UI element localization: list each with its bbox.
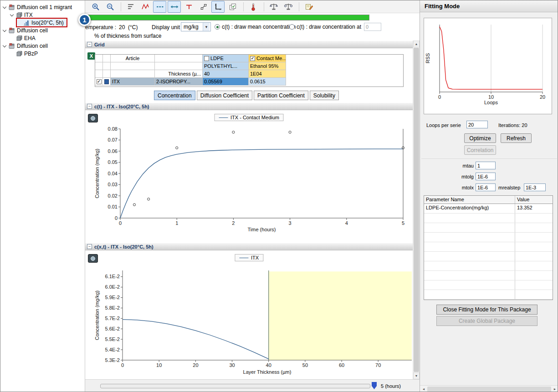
expander-icon[interactable] <box>2 43 8 49</box>
tree-item-eha[interactable]: EHA <box>10 34 38 42</box>
temperature-button[interactable] <box>246 1 260 13</box>
horizontal-scrollbar[interactable]: ◄ ► <box>420 385 558 392</box>
scroll-up-icon[interactable]: ▲ <box>413 41 420 47</box>
mrealstep-input[interactable] <box>524 183 546 191</box>
tree-item-pbzp[interactable]: PBzP <box>10 50 41 57</box>
grid-section-header[interactable]: Grid <box>85 41 413 48</box>
display-unit-select[interactable]: mg/kg ▾ <box>181 22 211 31</box>
camera-icon[interactable] <box>88 114 98 122</box>
cxt-chart-header[interactable]: c(x,t) - ITX - Iso(20°C, 5h) <box>85 243 413 250</box>
grid-cell <box>103 55 111 62</box>
ldpe-material-cell[interactable]: POLYETHYL... <box>203 62 249 70</box>
data-grid: Article LDPE Contact Me... POLYETHYL... <box>95 54 404 87</box>
scroll-down-icon[interactable]: ▼ <box>413 372 420 379</box>
axes-button[interactable] <box>211 1 225 13</box>
svg-text:10: 10 <box>488 94 494 100</box>
migrant-row-checkbox-cell[interactable] <box>95 78 103 86</box>
optimize-button[interactable]: Optimize <box>464 133 496 143</box>
curve-points-button[interactable] <box>138 1 152 13</box>
correlation-button[interactable]: Correlation <box>464 145 496 155</box>
horizontal-scrollbar-thumb[interactable] <box>427 387 551 392</box>
scroll-right-icon[interactable]: ► <box>551 386 558 392</box>
loops-input[interactable] <box>466 121 488 128</box>
tree-item-itx[interactable]: ITX <box>10 11 36 19</box>
tab-partition-coefficient[interactable]: Partition Coefficient <box>254 91 308 100</box>
x-range-button[interactable] <box>168 1 181 13</box>
expander-icon[interactable] <box>2 28 8 33</box>
dashed-line-button[interactable] <box>153 1 166 13</box>
collapse-icon[interactable] <box>87 42 92 47</box>
ct-chart-header[interactable]: c(t) - ITX - Iso(20°C, 5h) <box>85 102 413 110</box>
collapse-icon[interactable] <box>87 244 92 249</box>
refresh-button[interactable]: Refresh <box>501 133 532 143</box>
svg-text:5: 5 <box>402 220 404 226</box>
create-global-package-button[interactable]: Create Global Package <box>436 316 538 326</box>
line-nodes-button[interactable] <box>197 1 210 13</box>
time-slider-track[interactable] <box>100 384 370 388</box>
mean-line-button[interactable] <box>182 1 195 13</box>
ldpe-column-header[interactable]: LDPE <box>203 55 249 62</box>
tree-item-diffusion-cell[interactable]: Diffusion cell <box>2 26 51 34</box>
copy-chart-button[interactable] <box>226 1 239 13</box>
param-name-cell <box>424 280 515 290</box>
param-name-cell <box>424 290 515 299</box>
svg-text:5.7E-2: 5.7E-2 <box>105 316 120 321</box>
collapse-icon[interactable] <box>87 104 92 109</box>
param-table-empty-row <box>424 242 553 252</box>
tab-diffusion-coefficient[interactable]: Diffusion Coefficient <box>197 91 252 100</box>
tab-concentration[interactable]: Concentration <box>154 91 195 100</box>
param-name-cell <box>424 261 515 270</box>
edit-properties-button[interactable] <box>302 1 315 13</box>
contact-medium-checkbox[interactable] <box>250 56 255 61</box>
tree-item-diffusion-cell[interactable]: Diffusion cell <box>2 42 51 50</box>
contact-thickness-cell[interactable]: 1E04 <box>249 70 286 78</box>
camera-icon[interactable] <box>88 254 98 263</box>
expander-icon[interactable] <box>2 5 8 10</box>
param-value-header: Value <box>515 196 553 204</box>
migrant-name-cell[interactable]: ITX <box>111 78 155 86</box>
svg-text:0.04: 0.04 <box>108 171 118 176</box>
zoom-out-button[interactable] <box>103 1 117 13</box>
contact-material-cell[interactable]: Ethanol 95% <box>249 62 286 70</box>
ldpe-checkbox[interactable] <box>204 56 209 61</box>
contact-medium-column-header[interactable]: Contact Me... <box>249 55 286 62</box>
ldpe-thickness-cell[interactable]: 40 <box>203 70 249 78</box>
param-name-cell <box>424 233 515 242</box>
mtolx-input[interactable] <box>476 183 496 191</box>
radio-mean-concentration[interactable]: c(t) : draw mean concentration <box>215 24 296 30</box>
radio-concentration-at[interactable]: c(t) : draw concentration at <box>289 24 361 30</box>
param-table-row[interactable]: LDPE-Concentration(mg/kg)13.352 <box>424 204 553 214</box>
zoom-out-icon <box>106 2 115 11</box>
progress-bar <box>87 15 369 20</box>
zoom-in-button[interactable] <box>89 1 102 13</box>
mtolg-input[interactable] <box>476 173 496 180</box>
scroll-left-icon[interactable]: ◄ <box>420 386 427 392</box>
grid-cell <box>95 55 103 62</box>
radio-mean-label: c(t) : draw mean concentration <box>222 24 296 30</box>
ldpe-concentration-cell[interactable]: 0.05569 <box>203 78 249 86</box>
time-slider-handle[interactable] <box>372 382 377 389</box>
migrant-checkbox[interactable] <box>97 79 102 84</box>
partition-balance-button[interactable] <box>267 1 280 13</box>
fitting-panel: Fitting Mode 01020LoopsRSS Loops per ser… <box>420 0 558 392</box>
diffusion-cell-icon <box>9 43 15 49</box>
thickness-percent-input[interactable] <box>364 23 381 31</box>
migrant-color-cell <box>103 78 111 86</box>
solubility-balance-button[interactable] <box>282 1 295 13</box>
expander-icon[interactable] <box>10 12 15 18</box>
contact-concentration-cell[interactable]: 0.0615 <box>249 78 286 86</box>
tree-item-iso-20-c-5h[interactable]: Iso(20°C, 5h) <box>17 19 67 26</box>
temperature-label: emperature : <box>85 24 116 31</box>
mtau-input[interactable] <box>476 162 496 169</box>
vertical-scrollbar-thumb[interactable] <box>414 48 419 372</box>
migrant-substance-cell[interactable]: 2-ISOPROPY... <box>155 78 203 86</box>
svg-text:Layer Thickness (µm): Layer Thickness (µm) <box>243 369 292 375</box>
excel-export-icon[interactable] <box>87 52 95 60</box>
tab-solubility[interactable]: Solubility <box>310 91 339 100</box>
tree-item-diffusion-cell-1-migrant[interactable]: Diffusion cell 1 migrant <box>2 3 75 11</box>
close-fitting-button[interactable]: Close Fitting Mode for This Package <box>436 305 538 315</box>
scale-levels-button[interactable] <box>124 1 137 13</box>
dashed-line-icon <box>155 2 164 11</box>
vertical-scrollbar[interactable]: ▲ ▼ <box>413 41 420 379</box>
isotherm-chart-icon <box>23 20 30 26</box>
